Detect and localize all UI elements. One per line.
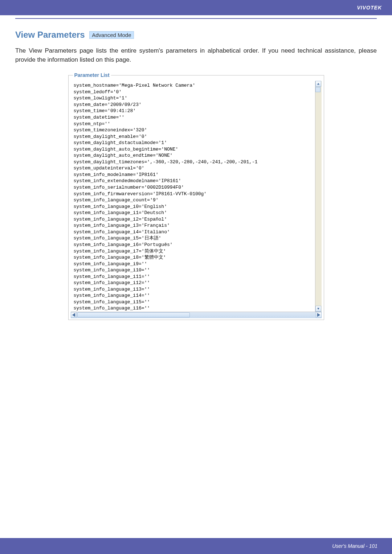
param-line: system_info_language_i8='繁體中文': [74, 254, 314, 261]
brand-text: VIVOTEK: [357, 5, 382, 11]
param-line: system_date='2009/09/23': [74, 102, 314, 108]
horizontal-scrollbar[interactable]: [71, 312, 322, 318]
param-line: system_info_language_i1='Deutsch': [74, 210, 314, 216]
param-line: system_info_serialnumber='0002D10994F0': [74, 184, 314, 191]
parameter-listbox: system_hostname='Mega-Pixel Network Came…: [71, 81, 322, 318]
list-body: system_hostname='Mega-Pixel Network Came…: [71, 81, 322, 312]
param-line: system_info_firmwareversion='IP8161-VVTK…: [74, 191, 314, 197]
parameter-panel: Parameter List system_hostname='Mega-Pix…: [68, 72, 324, 320]
param-line: system_hostname='Mega-Pixel Network Came…: [74, 82, 314, 89]
parameter-lines[interactable]: system_hostname='Mega-Pixel Network Came…: [71, 81, 315, 312]
param-line: system_info_language_i4='Italiano': [74, 229, 314, 235]
param-line: system_info_language_i3='Français': [74, 222, 314, 229]
param-line: system_info_modelname='IP8161': [74, 172, 314, 178]
param-line: system_info_language_i13='': [74, 286, 314, 293]
param-line: system_info_language_i12='': [74, 280, 314, 286]
param-line: system_ntp='': [74, 121, 314, 127]
scroll-down-icon[interactable]: [315, 306, 321, 312]
param-line: system_daylight_enable='0': [74, 134, 314, 140]
param-line: system_info_language_i9='': [74, 261, 314, 267]
param-line: system_daylight_auto_begintime='NONE': [74, 146, 314, 153]
param-line: system_info_language_i15='': [74, 299, 314, 305]
param-line: system_info_language_i6='Português': [74, 242, 314, 248]
param-line: system_info_language_i0='English': [74, 204, 314, 210]
vertical-scrollbar[interactable]: [315, 81, 322, 312]
param-line: system_info_language_i16='': [74, 305, 314, 312]
param-line: system_lowlight='1': [74, 95, 314, 102]
parameter-fieldset: Parameter List system_hostname='Mega-Pix…: [68, 72, 324, 320]
page-title: View Parameters: [15, 30, 85, 40]
param-line: system_info_language_i5='日本語': [74, 235, 314, 242]
param-line: system_daylight_auto_endtime='NONE': [74, 152, 314, 159]
param-line: system_info_language_i10='': [74, 267, 314, 274]
param-line: system_daylight_timezones=',-360,-320,-2…: [74, 159, 314, 165]
scroll-up-icon[interactable]: [315, 81, 321, 87]
header-bar: VIVOTEK: [0, 0, 392, 15]
footer-text: User's Manual - 101: [332, 543, 377, 549]
footer-bar: User's Manual - 101: [0, 538, 392, 554]
mode-badge: Advanced Mode: [89, 31, 134, 39]
param-line: system_daylight_dstactualmode='1': [74, 140, 314, 146]
scroll-right-icon[interactable]: [316, 312, 322, 318]
param-line: system_info_language_i11='': [74, 274, 314, 280]
param-line: system_ledoff='0': [74, 89, 314, 95]
param-line: system_info_language_i2='Español': [74, 216, 314, 223]
scroll-thumb-vertical[interactable]: [315, 87, 320, 92]
param-line: system_info_language_count='9': [74, 197, 314, 204]
param-line: system_updateinterval='0': [74, 165, 314, 172]
param-line: system_info_language_i7='简体中文': [74, 248, 314, 255]
param-line: system_datetime='': [74, 114, 314, 121]
param-line: system_info_extendedmodelname='IP8161': [74, 178, 314, 184]
param-line: system_time='09:41:28': [74, 108, 314, 114]
panel-legend: Parameter List: [73, 72, 111, 78]
param-line: system_timezoneindex='320': [74, 127, 314, 134]
scroll-thumb-horizontal[interactable]: [77, 312, 190, 317]
intro-text: The View Parameters page lists the entir…: [15, 46, 377, 64]
content-area: View Parameters Advanced Mode The View P…: [0, 19, 392, 320]
scroll-left-icon[interactable]: [71, 312, 77, 318]
param-line: system_info_language_i14='': [74, 292, 314, 299]
